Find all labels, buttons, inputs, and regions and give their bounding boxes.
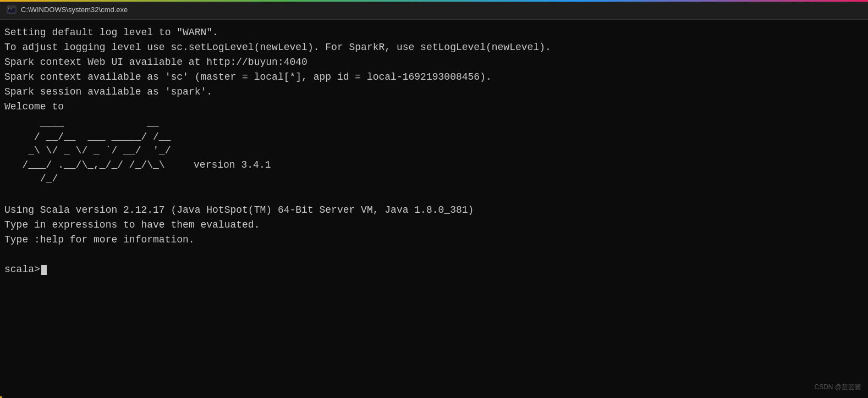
spark-version: version 3.4.1 xyxy=(194,159,271,170)
title-bar-text: C:\WINDOWS\system32\cmd.exe xyxy=(21,5,128,14)
terminal-post-2: Type in expressions to have them evaluat… xyxy=(4,218,864,233)
title-bar: C:\ _ C:\WINDOWS\system32\cmd.exe xyxy=(0,0,868,20)
terminal-blank xyxy=(4,188,864,203)
terminal-line-6: Welcome to xyxy=(4,100,864,114)
terminal-post-1: Using Scala version 2.12.17 (Java HotSpo… xyxy=(4,203,864,218)
top-accent-bar xyxy=(0,0,868,2)
terminal-blank-2 xyxy=(4,247,864,262)
cmd-icon: C:\ _ xyxy=(7,5,17,15)
terminal-body[interactable]: Setting default log level to "WARN". To … xyxy=(0,20,868,396)
terminal-post-3: Type :help for more information. xyxy=(4,233,864,247)
scala-prompt: scala> xyxy=(4,264,40,275)
terminal-prompt: scala> xyxy=(4,262,864,277)
terminal-line-1: Setting default log level to "WARN". xyxy=(4,25,864,40)
cursor xyxy=(41,265,47,275)
terminal-line-4: Spark context available as 'sc' (master … xyxy=(4,70,864,85)
terminal-line-5: Spark session available as 'spark'. xyxy=(4,85,864,100)
terminal-line-2: To adjust logging level use sc.setLogLev… xyxy=(4,40,864,55)
terminal-line-3: Spark context Web UI available at http:/… xyxy=(4,55,864,70)
svg-text:C:\: C:\ xyxy=(8,7,13,10)
spark-logo: ____ __ / __/__ ___ _____/ /__ _\ \/ _ \… xyxy=(4,117,271,186)
watermark: CSDN @芸芸酱 xyxy=(814,382,861,392)
spark-logo-container: ____ __ / __/__ ___ _____/ /__ _\ \/ _ \… xyxy=(4,117,864,186)
